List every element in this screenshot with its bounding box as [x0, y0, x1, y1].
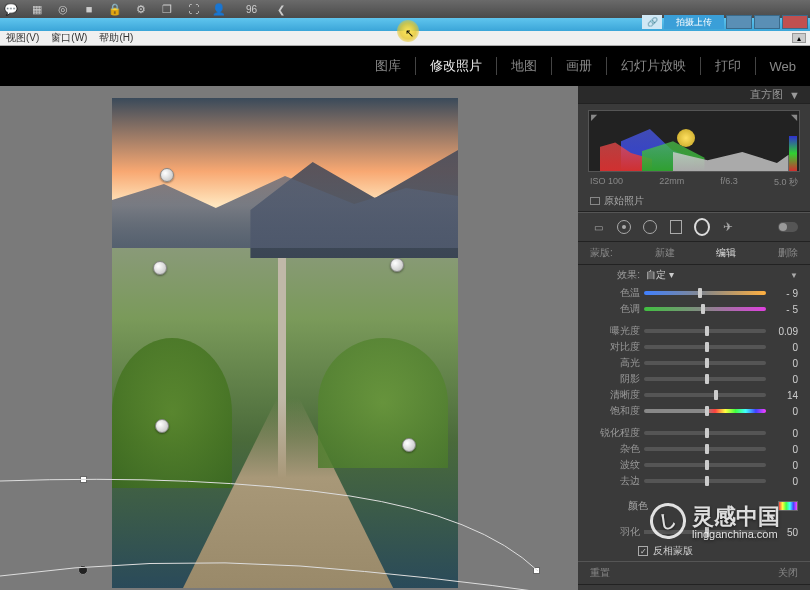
effect-dropdown[interactable]: 自定 ▾: [646, 268, 674, 282]
slider-shadows[interactable]: 阴影0: [578, 371, 810, 387]
mask-delete[interactable]: 删除: [778, 246, 798, 260]
slider-tint[interactable]: 色调- 5: [578, 301, 810, 317]
gradient-handle[interactable]: [80, 476, 87, 483]
histogram-header[interactable]: 直方图 ▼: [578, 86, 810, 104]
gradient-tool-icon[interactable]: [668, 219, 684, 235]
gradient-center-pin[interactable]: [78, 565, 88, 575]
slider-exposure[interactable]: 曝光度0.09: [578, 323, 810, 339]
menu-window[interactable]: 窗口(W): [51, 31, 87, 45]
adjustment-pin[interactable]: [160, 168, 174, 182]
video-icon[interactable]: ■: [82, 2, 96, 16]
grid-icon[interactable]: ▦: [30, 2, 44, 16]
adjustment-pin[interactable]: [155, 419, 169, 433]
brush-tool-icon[interactable]: ✈: [720, 219, 736, 235]
window-titlebar: 🔗 拍摄上传: [0, 18, 810, 31]
color-label: 颜色: [590, 499, 648, 513]
slider-saturation[interactable]: 饱和度0: [578, 403, 810, 419]
clip-shadow-icon[interactable]: ◤: [591, 113, 597, 122]
slider-sharpness[interactable]: 锐化程度0: [578, 425, 810, 441]
main-area: 图库 修改照片 地图 画册 幻灯片放映 打印 Web 直方图: [0, 46, 810, 590]
module-slideshow[interactable]: 幻灯片放映: [607, 57, 701, 75]
fullscreen-icon[interactable]: ⛶: [186, 2, 200, 16]
grass-shape: [318, 338, 448, 468]
slider-moire[interactable]: 波纹0: [578, 457, 810, 473]
person-icon[interactable]: 👤: [212, 2, 226, 16]
close-button[interactable]: 关闭: [778, 566, 798, 580]
original-label: 原始照片: [604, 194, 644, 208]
menu-view[interactable]: 视图(V): [6, 31, 39, 45]
exif-aperture: f/6.3: [720, 176, 738, 189]
module-develop[interactable]: 修改照片: [416, 57, 497, 75]
histogram-chart[interactable]: ◤ ◥: [588, 110, 800, 172]
mask-label: 蒙版:: [590, 246, 613, 260]
collapse-icon[interactable]: ▴: [792, 33, 806, 43]
mask-new[interactable]: 新建: [655, 246, 675, 260]
speech-icon[interactable]: 💬: [4, 2, 18, 16]
adjustment-pin[interactable]: [390, 258, 404, 272]
slider-defringe[interactable]: 去边0: [578, 473, 810, 489]
lock-icon[interactable]: 🔒: [108, 2, 122, 16]
develop-panel: 直方图 ▼ ◤ ◥ ISO 100 22mm f/6.3 5.0 秒 原始照片 …: [578, 86, 810, 590]
close-button[interactable]: [782, 15, 808, 29]
adjustment-pin[interactable]: [402, 438, 416, 452]
effect-row: 效果: 自定 ▾ ▼: [578, 265, 810, 285]
menu-help[interactable]: 帮助(H): [99, 31, 133, 45]
reset-button[interactable]: 重置: [590, 566, 610, 580]
exif-iso: ISO 100: [590, 176, 623, 189]
color-row: 颜色: [578, 495, 810, 517]
slider-temp[interactable]: 色温- 9: [578, 285, 810, 301]
mask-row: 蒙版: 新建 编辑 删除: [578, 242, 810, 265]
mask-edit[interactable]: 编辑: [716, 246, 736, 260]
chevron-left-icon[interactable]: ❮: [277, 4, 285, 15]
cursor-echo: [677, 129, 695, 147]
invert-label: 反相蒙版: [653, 544, 693, 558]
exif-shutter: 5.0 秒: [774, 176, 798, 189]
clip-highlight-icon[interactable]: ◥: [791, 113, 797, 122]
crop-tool-icon[interactable]: ▭: [590, 219, 606, 235]
gradient-handle[interactable]: [533, 567, 540, 574]
original-toggle[interactable]: 原始照片: [578, 191, 810, 212]
grass-shape: [112, 338, 232, 488]
target-icon[interactable]: ◎: [56, 2, 70, 16]
module-web[interactable]: Web: [756, 59, 797, 74]
cube-icon[interactable]: ❐: [160, 2, 174, 16]
invert-mask-checkbox[interactable]: ✓ 反相蒙版: [578, 541, 810, 561]
module-library[interactable]: 图库: [361, 57, 416, 75]
reset-row: 重置 关闭: [578, 561, 810, 584]
slider-feather[interactable]: 羽化 50: [578, 523, 810, 541]
color-swatch[interactable]: [778, 501, 798, 511]
boardwalk-shape: [278, 258, 286, 588]
toolbar-number: 96: [246, 4, 257, 15]
module-book[interactable]: 画册: [552, 57, 607, 75]
slider-highlights[interactable]: 高光0: [578, 355, 810, 371]
histo-edge: [789, 136, 797, 171]
exif-info: ISO 100 22mm f/6.3 5.0 秒: [578, 174, 810, 191]
adjustment-pin[interactable]: [153, 261, 167, 275]
slider-clarity[interactable]: 清晰度14: [578, 387, 810, 403]
maximize-button[interactable]: [754, 15, 780, 29]
basic-panel-header[interactable]: 基本 ▼: [578, 584, 810, 590]
module-map[interactable]: 地图: [497, 57, 552, 75]
module-picker: 图库 修改照片 地图 画册 幻灯片放映 打印 Web: [0, 46, 810, 86]
panel-switch[interactable]: [778, 222, 798, 232]
redeye-tool-icon[interactable]: [642, 219, 658, 235]
work-area: [0, 86, 578, 590]
local-tools: ▭ ✈: [578, 212, 810, 242]
histo-white: [673, 144, 789, 171]
link-icon[interactable]: 🔗: [642, 15, 662, 29]
upload-button[interactable]: 拍摄上传: [664, 15, 724, 29]
radial-tool-icon[interactable]: [694, 219, 710, 235]
exif-focal: 22mm: [659, 176, 684, 189]
chevron-down-icon[interactable]: ▼: [790, 271, 798, 280]
chevron-down-icon: ▼: [789, 89, 800, 101]
minimize-button[interactable]: [726, 15, 752, 29]
menu-bar: 视图(V) 窗口(W) 帮助(H) ▴: [0, 31, 810, 46]
gear-icon[interactable]: ⚙: [134, 2, 148, 16]
slider-noise[interactable]: 杂色0: [578, 441, 810, 457]
slider-contrast[interactable]: 对比度0: [578, 339, 810, 355]
image-preview[interactable]: [112, 98, 458, 588]
effect-label: 效果:: [590, 268, 640, 282]
module-print[interactable]: 打印: [701, 57, 756, 75]
rect-icon: [590, 197, 600, 205]
spot-tool-icon[interactable]: [616, 219, 632, 235]
